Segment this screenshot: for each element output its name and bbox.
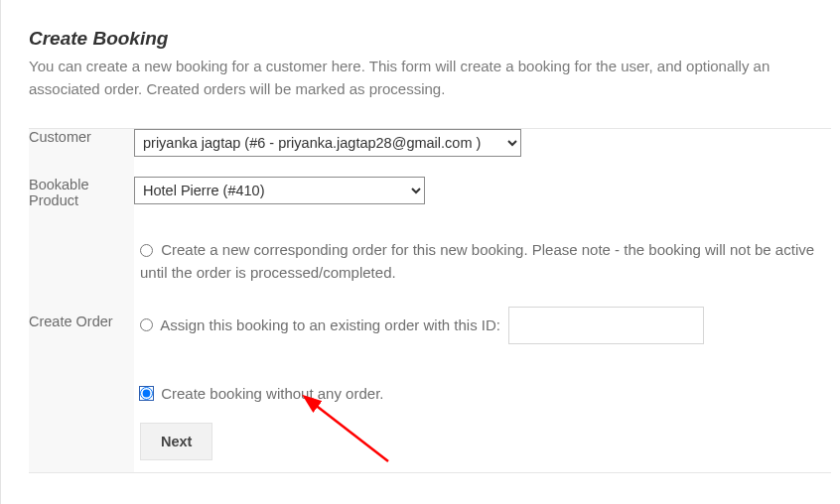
bookable-product-label: Bookable Product <box>29 157 134 208</box>
radio-no-order[interactable] <box>140 387 153 400</box>
customer-select[interactable]: priyanka jagtap (#6 - priyanka.jagtap28@… <box>134 129 521 157</box>
create-order-label: Create Order <box>29 208 134 472</box>
page-description: You can create a new booking for a custo… <box>29 56 813 100</box>
radio-new-order[interactable] <box>140 244 153 257</box>
booking-form: Customer priyanka jagtap (#6 - priyanka.… <box>29 128 831 473</box>
product-select[interactable]: Hotel Pierre (#410) <box>134 177 425 204</box>
radio-new-order-label[interactable]: Create a new corresponding order for thi… <box>140 241 814 281</box>
page-title: Create Booking <box>29 28 840 50</box>
customer-label: Customer <box>29 129 134 158</box>
next-button[interactable]: Next <box>140 423 212 460</box>
radio-no-order-label[interactable]: Create booking without any order. <box>140 385 383 402</box>
radio-assign-existing[interactable] <box>140 318 153 331</box>
existing-order-id-input[interactable] <box>508 307 704 344</box>
radio-assign-existing-label[interactable]: Assign this booking to an existing order… <box>140 316 504 333</box>
